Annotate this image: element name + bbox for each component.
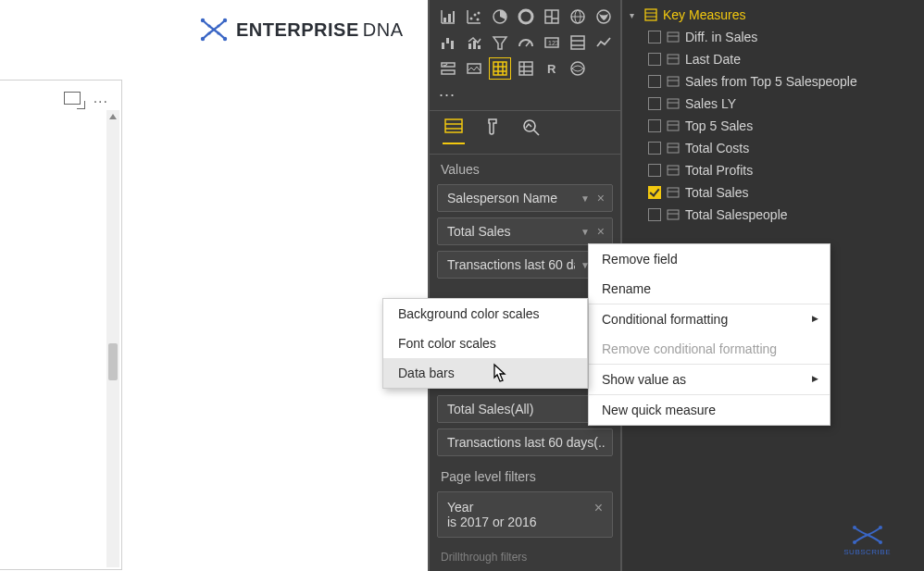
checkbox[interactable] bbox=[648, 119, 661, 132]
checkbox-checked[interactable] bbox=[648, 186, 661, 199]
field-row[interactable]: Sales LY bbox=[622, 93, 924, 115]
chevron-down-icon[interactable]: ▼ bbox=[575, 193, 595, 204]
dna-helix-icon bbox=[199, 17, 229, 43]
collapse-icon[interactable]: ▾ bbox=[630, 10, 639, 20]
svg-point-85 bbox=[853, 526, 856, 529]
field-row[interactable]: Sales from Top 5 Salespeople bbox=[622, 70, 924, 93]
page-filter-year[interactable]: × Year is 2017 or 2016 bbox=[437, 491, 613, 538]
field-context-menu: Remove field Rename Conditional formatti… bbox=[588, 243, 830, 426]
menu-item-show-value-as[interactable]: Show value as bbox=[589, 365, 830, 394]
filter-field-name: Year bbox=[447, 500, 603, 515]
viz-scatter-icon[interactable] bbox=[463, 6, 485, 28]
viz-card-icon[interactable]: 123 bbox=[541, 31, 563, 54]
report-canvas-frame: ··· bbox=[0, 80, 122, 570]
svg-point-7 bbox=[217, 24, 219, 27]
menu-item-conditional-formatting[interactable]: Conditional formatting bbox=[589, 304, 830, 334]
field-row[interactable]: Total Profits bbox=[622, 159, 924, 181]
field-name: Total Salespeople bbox=[685, 207, 915, 222]
viz-placeholder-icon bbox=[593, 57, 615, 80]
filter-well-transactions-60[interactable]: Transactions last 60 days(... bbox=[437, 428, 613, 456]
measure-icon bbox=[667, 75, 680, 88]
field-row[interactable]: Last Date bbox=[622, 48, 924, 70]
field-row[interactable]: Total Sales bbox=[622, 181, 924, 204]
values-section-label: Values bbox=[430, 155, 620, 184]
page-level-filters-label: Page level filters bbox=[430, 462, 620, 491]
checkbox[interactable] bbox=[648, 208, 661, 221]
viz-r-script-icon[interactable]: R bbox=[541, 57, 563, 80]
svg-rect-30 bbox=[446, 38, 449, 43]
fields-tab-icon[interactable] bbox=[443, 117, 465, 144]
svg-point-16 bbox=[474, 14, 477, 17]
field-name: Total Sales bbox=[685, 185, 915, 200]
checkbox[interactable] bbox=[648, 53, 661, 66]
measure-icon bbox=[667, 97, 680, 110]
table-row-key-measures[interactable]: ▾ Key Measures bbox=[622, 0, 924, 26]
svg-line-35 bbox=[526, 42, 530, 46]
measure-icon bbox=[667, 31, 680, 43]
filter-well-total-sales[interactable]: Total Sales(All) bbox=[437, 395, 613, 423]
logo-text: ENTERPRISE DNA bbox=[236, 19, 404, 41]
scrollbar-thumb[interactable] bbox=[108, 343, 118, 380]
svg-rect-10 bbox=[443, 18, 446, 22]
checkbox[interactable] bbox=[648, 31, 661, 43]
viz-map-icon[interactable] bbox=[567, 6, 589, 28]
field-row[interactable]: Diff. in Sales bbox=[622, 26, 924, 48]
viz-funnel-icon[interactable] bbox=[489, 31, 511, 54]
svg-point-20 bbox=[519, 10, 532, 23]
more-visuals-icon[interactable]: ··· bbox=[430, 85, 620, 110]
menu-item-data-bars[interactable]: Data bars bbox=[383, 358, 587, 388]
svg-rect-77 bbox=[668, 188, 679, 197]
field-row[interactable]: Total Salespeople bbox=[622, 204, 924, 226]
field-name: Top 5 Sales bbox=[685, 118, 915, 133]
analytics-tab-icon[interactable] bbox=[520, 117, 543, 144]
remove-field-icon[interactable]: × bbox=[595, 224, 606, 239]
format-tab-icon[interactable] bbox=[481, 117, 504, 144]
field-well-total-sales[interactable]: Total Sales ▼ × bbox=[437, 217, 613, 245]
menu-item-rename[interactable]: Rename bbox=[589, 274, 830, 304]
menu-item-remove-field[interactable]: Remove field bbox=[589, 244, 830, 274]
chevron-down-icon[interactable]: ▼ bbox=[575, 227, 595, 237]
measure-icon bbox=[667, 119, 680, 132]
checkbox[interactable] bbox=[648, 164, 661, 177]
field-row[interactable]: Top 5 Sales bbox=[622, 115, 924, 137]
field-name: Sales LY bbox=[685, 96, 915, 111]
viz-kpi-icon[interactable] bbox=[593, 31, 615, 54]
svg-rect-75 bbox=[668, 166, 679, 175]
focus-mode-icon[interactable] bbox=[64, 92, 81, 105]
viz-matrix-icon[interactable] bbox=[515, 57, 537, 80]
field-well-transactions-60[interactable]: Transactions last 60 day ▼ × bbox=[437, 251, 613, 279]
viz-arcgis-icon[interactable] bbox=[567, 57, 589, 80]
viz-table2-icon[interactable] bbox=[463, 57, 485, 80]
viz-waterfall-icon[interactable] bbox=[437, 31, 459, 54]
more-options-icon[interactable]: ··· bbox=[94, 93, 108, 110]
viz-slicer-icon[interactable] bbox=[437, 57, 459, 80]
menu-item-background-color-scales[interactable]: Background color scales bbox=[383, 299, 587, 329]
viz-multi-row-card-icon[interactable] bbox=[567, 31, 589, 54]
remove-filter-icon[interactable]: × bbox=[594, 500, 603, 516]
menu-item-new-quick-measure[interactable]: New quick measure bbox=[589, 395, 830, 425]
viz-combo-icon[interactable] bbox=[463, 31, 485, 54]
field-well-salesperson-name[interactable]: Salesperson Name ▼ × bbox=[437, 184, 613, 212]
svg-point-6 bbox=[207, 31, 210, 34]
viz-donut-icon[interactable] bbox=[515, 6, 537, 28]
svg-rect-44 bbox=[493, 62, 506, 75]
remove-field-icon[interactable]: × bbox=[595, 191, 606, 205]
subscribe-badge[interactable]: SUBSCRIBE bbox=[843, 524, 891, 556]
checkbox[interactable] bbox=[648, 97, 661, 110]
field-name: Sales from Top 5 Salespeople bbox=[685, 74, 915, 89]
measure-icon bbox=[667, 208, 680, 221]
checkbox[interactable] bbox=[648, 142, 661, 155]
viz-treemap-icon[interactable] bbox=[541, 6, 563, 28]
checkbox[interactable] bbox=[648, 75, 661, 88]
viz-clustered-bar-icon[interactable] bbox=[437, 6, 459, 28]
filter-well-label: Total Sales(All) bbox=[447, 402, 606, 416]
vertical-scrollbar[interactable] bbox=[106, 110, 119, 567]
field-row[interactable]: Total Costs bbox=[622, 137, 924, 159]
viz-gauge-icon[interactable] bbox=[515, 31, 537, 54]
viz-pie-icon[interactable] bbox=[489, 6, 511, 28]
viz-table-icon[interactable] bbox=[489, 57, 511, 80]
svg-point-54 bbox=[571, 62, 584, 75]
field-well-label: Transactions last 60 day bbox=[447, 257, 575, 272]
svg-rect-34 bbox=[478, 45, 481, 49]
viz-filled-map-icon[interactable] bbox=[593, 6, 615, 28]
